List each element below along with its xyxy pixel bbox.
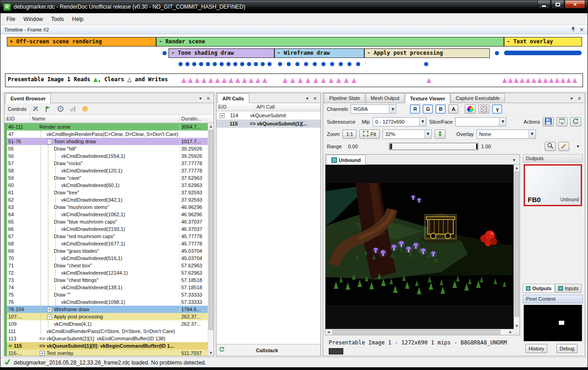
table-row[interactable]: + 114 vkQueueSubmit xyxy=(216,111,320,120)
event-dot[interactable] xyxy=(356,62,360,66)
event-dot[interactable] xyxy=(163,51,167,55)
table-row[interactable]: 71Draw "chest box"57.62963 xyxy=(5,262,208,269)
close-button[interactable]: × xyxy=(565,0,585,9)
event-dot[interactable] xyxy=(226,62,231,66)
overlay-dropdown[interactable]: None▼ xyxy=(477,130,536,139)
color-wheel-button[interactable] xyxy=(465,104,476,114)
tab-capture-executable[interactable]: Capture Executable xyxy=(451,93,505,103)
expand-icon[interactable]: + xyxy=(220,113,225,118)
event-dot[interactable] xyxy=(220,62,224,66)
event-dot[interactable] xyxy=(206,62,210,66)
table-row[interactable]: 115 => vkQueueSubmit(1)[... xyxy=(216,120,320,128)
event-dot[interactable] xyxy=(295,62,299,66)
scroll-up-icon[interactable]: ▲ xyxy=(208,123,214,129)
overflow-chevron-icon[interactable]: ▾ xyxy=(575,144,581,149)
channel-a-button[interactable]: A xyxy=(448,104,458,114)
event-dot[interactable] xyxy=(247,62,251,66)
close-icon[interactable]: × xyxy=(579,27,584,32)
texture-vscrollbar[interactable]: ▲ ▼ xyxy=(514,165,520,329)
channel-b-button[interactable]: B xyxy=(436,104,446,114)
close-icon[interactable]: × xyxy=(205,96,211,101)
mip-dropdown[interactable]: 0 - 1272x690▼ xyxy=(373,117,426,126)
event-dot[interactable] xyxy=(424,62,428,66)
tab-api-calls[interactable]: API Calls xyxy=(217,93,249,103)
table-row[interactable]: 55Draw "hill"39.25926 xyxy=(5,145,208,152)
scrollbar-thumb[interactable] xyxy=(209,130,213,330)
history-button[interactable]: History xyxy=(525,344,547,353)
collapse-icon[interactable]: − xyxy=(47,314,52,319)
event-dot[interactable] xyxy=(233,62,237,66)
maximize-button[interactable] xyxy=(551,0,564,9)
open-new-window-button[interactable] xyxy=(556,117,567,126)
debug-button[interactable]: Debug xyxy=(556,344,578,353)
table-row[interactable]: 56vkCmdDrawIndexed(1554,1)39.25926 xyxy=(5,152,208,160)
menu-file[interactable]: File xyxy=(2,14,19,24)
callstack-section[interactable]: Callstack xyxy=(216,344,320,356)
event-browser-scrollbar[interactable]: ▲ ▼ xyxy=(208,123,214,356)
table-row[interactable]: 57Draw "rocks"37.77778 xyxy=(5,160,208,167)
table-row[interactable]: 115=> vkQueueSubmit(1)[0]: vkBeginComman… xyxy=(5,342,208,349)
table-row[interactable]: 69Draw "grass blades"45.03704 xyxy=(5,247,208,255)
table-row[interactable]: 60vkCmdDrawIndexed(60,1)37.62963 xyxy=(5,182,208,189)
zoom-range-button[interactable] xyxy=(545,142,556,151)
texture-hscrollbar[interactable]: ◀ ▶ xyxy=(326,329,514,335)
timeline-bar-toon-shading[interactable]: - Toon shading draw xyxy=(168,48,274,58)
table-row[interactable]: 72vkCmdDrawIndexed(12144,1)57.62963 xyxy=(5,269,208,276)
checkerboard-button[interactable] xyxy=(478,104,489,114)
chevron-down-icon[interactable]: ▾ xyxy=(511,157,517,162)
tab-inputs[interactable]: Inputs xyxy=(555,284,582,293)
range-handle-left[interactable] xyxy=(390,144,392,149)
table-row[interactable]: 59Draw "cave"37.62963 xyxy=(5,174,208,182)
channel-g-button[interactable]: G xyxy=(423,104,433,114)
event-dot[interactable] xyxy=(240,62,244,66)
scroll-up-icon[interactable]: ▲ xyxy=(514,165,520,171)
table-row[interactable]: 61Draw "tree"37.92593 xyxy=(5,189,208,196)
texture-image[interactable] xyxy=(326,165,514,329)
tab-texture-viewer[interactable]: Texture Viewer xyxy=(405,93,450,103)
event-dot[interactable] xyxy=(313,62,317,66)
event-dot[interactable] xyxy=(192,62,196,66)
table-row[interactable]: 67Draw "red mushroom caps"45.77778 xyxy=(5,233,208,240)
clock-icon[interactable] xyxy=(56,104,66,114)
scroll-down-icon[interactable]: ▼ xyxy=(514,323,520,329)
tab-pipeline-state[interactable]: Pipeline State xyxy=(324,93,365,103)
scrollbar-thumb[interactable] xyxy=(514,172,519,317)
tab-outputs[interactable]: Outputs xyxy=(523,284,555,293)
chevron-down-icon[interactable]: ▾ xyxy=(568,96,575,101)
fit-button[interactable]: Fit xyxy=(359,130,379,139)
minimize-button[interactable] xyxy=(537,0,551,9)
dots-post[interactable] xyxy=(424,62,428,66)
table-row[interactable]: 65Draw "blue mushroom caps"46.37037 xyxy=(5,218,208,225)
column-api-call[interactable]: API Call xyxy=(255,103,320,111)
table-row[interactable]: 70vkCmdDrawIndexed(516,1)45.03704 xyxy=(5,255,208,262)
event-browser-column-headers[interactable]: EID Name Duratio... xyxy=(5,115,214,123)
column-eid[interactable]: EID xyxy=(5,115,30,123)
table-row[interactable]: 111vkCmdEndRenderPass(C=Store, D=Store, … xyxy=(5,328,208,335)
event-dot[interactable] xyxy=(199,62,203,66)
menu-window[interactable]: Window xyxy=(19,14,47,24)
chevron-down-icon[interactable]: ▾ xyxy=(197,96,204,101)
texture-canvas[interactable] xyxy=(326,165,514,329)
table-row[interactable]: 74vkCmdDrawIndexed(138,1)57.18518 xyxy=(5,284,208,291)
event-dot[interactable] xyxy=(330,62,334,66)
gamma-button[interactable]: γ xyxy=(492,104,502,114)
timeline-bar-post-processing[interactable]: - Apply post processing xyxy=(364,48,490,58)
collapse-icon[interactable]: − xyxy=(47,139,52,144)
table-row[interactable]: 63Draw "mushroom stems"46.96296 xyxy=(5,203,208,211)
scroll-down-icon[interactable]: ▼ xyxy=(208,350,214,356)
event-dot[interactable] xyxy=(254,62,258,66)
scroll-right-icon[interactable]: ▶ xyxy=(508,329,514,335)
timeline-bar-wireframe[interactable]: - Wireframe draw xyxy=(274,48,364,58)
menu-help[interactable]: Help xyxy=(68,14,88,24)
expand-icon[interactable]: + xyxy=(47,307,52,312)
table-row[interactable]: 109vkCmdDraw(4,1)262.37... xyxy=(5,320,208,328)
event-dot[interactable] xyxy=(213,62,217,66)
column-name[interactable]: Name xyxy=(30,115,179,123)
table-row[interactable]: 68vkCmdDrawIndexed(1677,1)45.77778 xyxy=(5,240,208,247)
timeline-track[interactable]: + Off-screen scene rendering - Render sc… xyxy=(5,36,584,90)
table-row[interactable]: 107-...−Apply post processing262.37... xyxy=(5,313,208,320)
dots-toon[interactable] xyxy=(178,62,272,66)
timeline-bar-offscreen[interactable]: + Off-screen scene rendering xyxy=(7,37,156,47)
event-dot[interactable] xyxy=(178,62,183,66)
slice-face-dropdown[interactable]: ▼ xyxy=(455,117,506,126)
